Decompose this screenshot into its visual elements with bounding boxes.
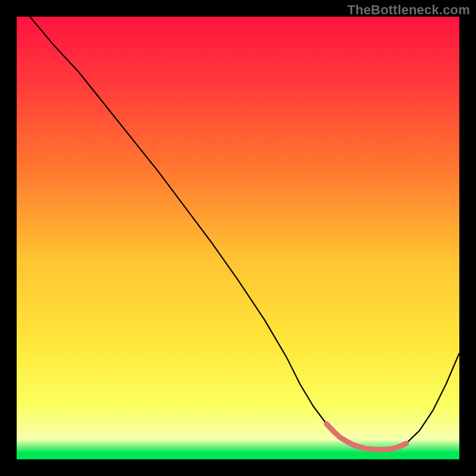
chart-svg (17, 17, 459, 459)
watermark-text: TheBottleneck.com (347, 2, 470, 18)
chart-background (17, 17, 459, 459)
chart-container: TheBottleneck.com (0, 0, 476, 476)
plot-area (17, 17, 459, 459)
